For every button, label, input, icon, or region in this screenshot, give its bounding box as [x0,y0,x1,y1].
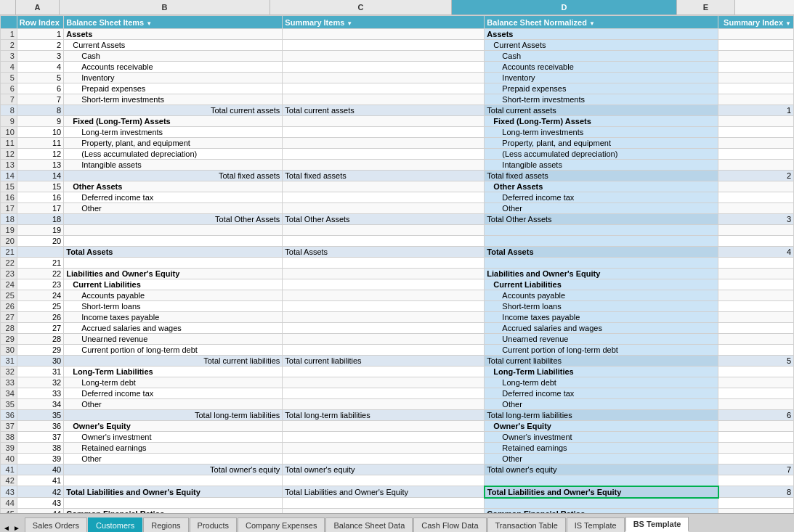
table-row: 36 35 Total long-term liabilities Total … [1,410,794,421]
table-row: 2 2 Current Assets Current Assets [1,40,794,51]
table-row: 15 15 Other Assets Other Assets [1,181,794,192]
table-row: 43 42 Total Liabilities and Owner's Equi… [1,486,794,498]
data-table: Row Index Balance Sheet Items ▼ Summary … [0,15,794,513]
header-col-d: Balance Sheet Normalized ▼ [485,16,718,29]
header-row-idx [1,16,17,29]
col-header-e: E [677,0,735,15]
table-row: 33 32 Long-term debt Long-term debt [1,377,794,388]
table-row: 38 37 Owner's investment Owner's investm… [1,432,794,443]
table-row: 14 14 Total fixed assets Total fixed ass… [1,171,794,181]
table-row: 37 36 Owner's Equity Owner's Equity [1,421,794,432]
table-row: 34 33 Deferred income tax Deferred incom… [1,388,794,399]
corner-cell [0,0,16,15]
table-row: 35 34 Other Other [1,399,794,410]
tab-sales-orders[interactable]: Sales Orders [25,517,87,532]
table-row: 19 19 [1,225,794,236]
spreadsheet: A B C D E Row Index Balance Sheet Items … [0,0,794,532]
table-row: 20 20 [1,236,794,247]
header-col-c: Summary Items ▼ [283,16,485,29]
header-col-a: Row Index [17,16,63,29]
table-row: 22 21 [1,258,794,269]
table-row: 21 Total Assets Total Assets Total Asset… [1,247,794,258]
table-row: 25 24 Accounts payable Accounts payable [1,290,794,301]
table-row: 27 26 Income taxes payable Income taxes … [1,312,794,323]
table-row: 17 17 Other Other [1,203,794,214]
scroll-arrows[interactable]: ◄ ► [1,524,22,532]
table-row: 40 39 Other Other [1,454,794,465]
tab-customers[interactable]: Customers [88,517,142,532]
table-row: 42 41 [1,475,794,486]
header-col-b: Balance Sheet Items ▼ [64,16,283,29]
tab-company-expenses[interactable]: Company Expenses [238,517,325,532]
table-row: 41 40 Total owner's equity Total owner's… [1,465,794,475]
header-col-e: Summary Index ▼ [718,16,794,29]
col-header-c: C [270,0,452,15]
tab-products[interactable]: Products [190,517,237,532]
table-area: Row Index Balance Sheet Items ▼ Summary … [0,15,794,513]
table-row: 6 6 Prepaid expenses Prepaid expenses [1,83,794,94]
tab-is-template[interactable]: IS Template [567,517,625,532]
table-row: 24 23 Current Liabilities Current Liabil… [1,279,794,290]
table-row: 30 29 Current portion of long-term debt … [1,345,794,356]
table-row: 11 11 Property, plant, and equipment Pro… [1,138,794,149]
col-header-b: B [60,0,270,15]
table-row: 9 9 Fixed (Long-Term) Assets Fixed (Long… [1,116,794,127]
table-row: 1 1 Assets Assets [1,29,794,40]
scroll-right-arrow[interactable]: ► [12,524,22,532]
col-header-a: A [16,0,60,15]
table-row: 31 30 Total current liabilities Total cu… [1,356,794,367]
tab-balance-sheet-data[interactable]: Balance Sheet Data [325,517,413,532]
table-row: 12 12 (Less accumulated depreciation) (L… [1,149,794,160]
tab-cash-flow-data[interactable]: Cash Flow Data [413,517,486,532]
table-row: 28 27 Accrued salaries and wages Accrued… [1,323,794,334]
table-row: 23 22 Liabilities and Owner's Equity Lia… [1,269,794,279]
table-row: 29 28 Unearned revenue Unearned revenue [1,334,794,345]
tab-transaction-table[interactable]: Transaction Table [487,517,566,532]
table-row: 13 13 Intangible assets Intangible asset… [1,160,794,171]
tab-regions[interactable]: Regions [143,517,188,532]
table-row: 32 31 Long-Term Liabilities Long-Term Li… [1,367,794,377]
header-row: Row Index Balance Sheet Items ▼ Summary … [1,16,794,29]
table-row: 8 8 Total current assets Total current a… [1,105,794,116]
table-row: 4 4 Accounts receivable Accounts receiva… [1,62,794,73]
table-row: 16 16 Deferred income tax Deferred incom… [1,192,794,203]
col-header-d: D [452,0,677,15]
table-row: 26 25 Short-term loans Short-term loans [1,301,794,312]
column-headers: A B C D E [0,0,794,15]
table-row: 10 10 Long-term investments Long-term in… [1,127,794,138]
table-row: 7 7 Short-term investments Short-term in… [1,94,794,105]
table-row: 3 3 Cash Cash [1,51,794,62]
tabs-bar: ◄ ► Sales Orders Customers Regions Produ… [0,513,794,532]
tab-bs-template[interactable]: BS Template [625,517,689,532]
table-row: 44 43 [1,498,794,509]
table-row: 39 38 Retained earnings Retained earning… [1,443,794,454]
scroll-left-arrow[interactable]: ◄ [1,524,12,532]
table-row: 18 18 Total Other Assets Total Other Ass… [1,214,794,225]
table-row: 5 5 Inventory Inventory [1,73,794,83]
